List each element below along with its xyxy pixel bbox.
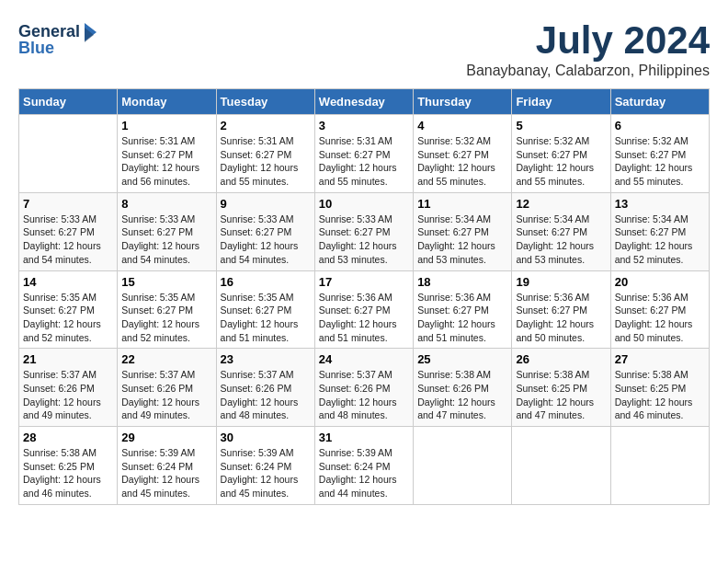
day-number: 1 bbox=[121, 119, 211, 132]
day-content: Sunrise: 5:37 AM Sunset: 6:26 PM Dayligh… bbox=[319, 368, 409, 422]
calendar-cell: 26Sunrise: 5:38 AM Sunset: 6:25 PM Dayli… bbox=[512, 349, 610, 427]
logo: General Blue bbox=[18, 18, 101, 68]
day-number: 28 bbox=[23, 431, 113, 444]
day-content: Sunrise: 5:35 AM Sunset: 6:27 PM Dayligh… bbox=[221, 291, 311, 345]
calendar-cell: 12Sunrise: 5:34 AM Sunset: 6:27 PM Dayli… bbox=[512, 192, 610, 270]
day-content: Sunrise: 5:31 AM Sunset: 6:27 PM Dayligh… bbox=[121, 134, 211, 189]
calendar-cell: 30Sunrise: 5:39 AM Sunset: 6:24 PM Dayli… bbox=[216, 427, 314, 505]
day-header-monday: Monday bbox=[118, 89, 216, 115]
calendar-cell: 8Sunrise: 5:33 AM Sunset: 6:27 PM Daylig… bbox=[118, 192, 216, 270]
calendar-cell: 10Sunrise: 5:33 AM Sunset: 6:27 PM Dayli… bbox=[314, 192, 413, 270]
day-content: Sunrise: 5:38 AM Sunset: 6:25 PM Dayligh… bbox=[23, 446, 113, 500]
svg-text:General: General bbox=[18, 22, 80, 40]
calendar-cell: 9Sunrise: 5:33 AM Sunset: 6:27 PM Daylig… bbox=[216, 192, 314, 270]
day-number: 30 bbox=[221, 431, 311, 444]
calendar-cell: 13Sunrise: 5:34 AM Sunset: 6:27 PM Dayli… bbox=[610, 192, 709, 270]
day-number: 22 bbox=[121, 352, 211, 366]
day-number: 20 bbox=[615, 275, 705, 289]
calendar-cell: 31Sunrise: 5:39 AM Sunset: 6:24 PM Dayli… bbox=[314, 427, 413, 505]
day-content: Sunrise: 5:36 AM Sunset: 6:27 PM Dayligh… bbox=[417, 291, 507, 345]
day-content: Sunrise: 5:37 AM Sunset: 6:26 PM Dayligh… bbox=[221, 368, 311, 422]
day-content: Sunrise: 5:33 AM Sunset: 6:27 PM Dayligh… bbox=[221, 213, 311, 267]
day-number: 16 bbox=[221, 275, 311, 289]
day-content: Sunrise: 5:33 AM Sunset: 6:27 PM Dayligh… bbox=[23, 213, 113, 267]
calendar-week-1: 1Sunrise: 5:31 AM Sunset: 6:27 PM Daylig… bbox=[19, 115, 710, 193]
day-content: Sunrise: 5:34 AM Sunset: 6:27 PM Dayligh… bbox=[516, 213, 606, 267]
day-content: Sunrise: 5:32 AM Sunset: 6:27 PM Dayligh… bbox=[615, 134, 705, 189]
calendar-cell: 15Sunrise: 5:35 AM Sunset: 6:27 PM Dayli… bbox=[118, 270, 216, 349]
calendar-cell: 11Sunrise: 5:34 AM Sunset: 6:27 PM Dayli… bbox=[414, 192, 512, 270]
calendar-cell: 17Sunrise: 5:36 AM Sunset: 6:27 PM Dayli… bbox=[314, 270, 413, 349]
day-content: Sunrise: 5:32 AM Sunset: 6:27 PM Dayligh… bbox=[516, 134, 606, 189]
day-number: 2 bbox=[221, 119, 311, 132]
calendar-cell: 6Sunrise: 5:32 AM Sunset: 6:27 PM Daylig… bbox=[610, 115, 709, 193]
main-title: July 2024 bbox=[466, 18, 710, 63]
day-number: 3 bbox=[319, 119, 409, 132]
day-content: Sunrise: 5:38 AM Sunset: 6:25 PM Dayligh… bbox=[615, 368, 705, 422]
calendar-cell: 19Sunrise: 5:36 AM Sunset: 6:27 PM Dayli… bbox=[512, 270, 610, 349]
day-content: Sunrise: 5:39 AM Sunset: 6:24 PM Dayligh… bbox=[121, 446, 211, 500]
day-content: Sunrise: 5:33 AM Sunset: 6:27 PM Dayligh… bbox=[319, 213, 409, 267]
day-number: 8 bbox=[121, 197, 211, 211]
subtitle: Banaybanay, Calabarzon, Philippines bbox=[466, 63, 710, 79]
logo-icon: General Blue bbox=[18, 18, 101, 64]
day-content: Sunrise: 5:36 AM Sunset: 6:27 PM Dayligh… bbox=[615, 291, 705, 345]
day-number: 26 bbox=[516, 352, 606, 366]
calendar-cell: 16Sunrise: 5:35 AM Sunset: 6:27 PM Dayli… bbox=[216, 270, 314, 349]
calendar-cell: 4Sunrise: 5:32 AM Sunset: 6:27 PM Daylig… bbox=[414, 115, 512, 193]
day-number: 19 bbox=[516, 275, 606, 289]
calendar-week-4: 21Sunrise: 5:37 AM Sunset: 6:26 PM Dayli… bbox=[19, 349, 710, 427]
day-content: Sunrise: 5:34 AM Sunset: 6:27 PM Dayligh… bbox=[615, 213, 705, 267]
day-content: Sunrise: 5:31 AM Sunset: 6:27 PM Dayligh… bbox=[319, 134, 409, 189]
day-content: Sunrise: 5:39 AM Sunset: 6:24 PM Dayligh… bbox=[319, 446, 409, 500]
calendar-cell: 21Sunrise: 5:37 AM Sunset: 6:26 PM Dayli… bbox=[19, 349, 118, 427]
calendar-week-3: 14Sunrise: 5:35 AM Sunset: 6:27 PM Dayli… bbox=[19, 270, 710, 349]
calendar-cell: 2Sunrise: 5:31 AM Sunset: 6:27 PM Daylig… bbox=[216, 115, 314, 193]
header-section: General Blue July 2024 Banaybanay, Calab… bbox=[18, 18, 710, 79]
day-header-tuesday: Tuesday bbox=[216, 89, 314, 115]
day-number: 5 bbox=[516, 119, 606, 132]
day-content: Sunrise: 5:33 AM Sunset: 6:27 PM Dayligh… bbox=[121, 213, 211, 267]
calendar-cell bbox=[414, 427, 512, 505]
day-content: Sunrise: 5:35 AM Sunset: 6:27 PM Dayligh… bbox=[121, 291, 211, 345]
day-header-thursday: Thursday bbox=[414, 89, 512, 115]
day-number: 10 bbox=[319, 197, 409, 211]
day-number: 14 bbox=[23, 275, 113, 289]
calendar-week-2: 7Sunrise: 5:33 AM Sunset: 6:27 PM Daylig… bbox=[19, 192, 710, 270]
day-number: 6 bbox=[615, 119, 705, 132]
day-number: 29 bbox=[121, 431, 211, 444]
day-number: 11 bbox=[417, 197, 507, 211]
day-number: 15 bbox=[121, 275, 211, 289]
svg-text:Blue: Blue bbox=[18, 39, 54, 57]
day-content: Sunrise: 5:39 AM Sunset: 6:24 PM Dayligh… bbox=[221, 446, 311, 500]
day-number: 17 bbox=[319, 275, 409, 289]
day-header-wednesday: Wednesday bbox=[314, 89, 413, 115]
day-header-saturday: Saturday bbox=[610, 89, 709, 115]
day-content: Sunrise: 5:37 AM Sunset: 6:26 PM Dayligh… bbox=[121, 368, 211, 422]
day-number: 27 bbox=[615, 352, 705, 366]
calendar-cell bbox=[512, 427, 610, 505]
day-content: Sunrise: 5:36 AM Sunset: 6:27 PM Dayligh… bbox=[516, 291, 606, 345]
day-content: Sunrise: 5:37 AM Sunset: 6:26 PM Dayligh… bbox=[23, 368, 113, 422]
calendar-cell: 14Sunrise: 5:35 AM Sunset: 6:27 PM Dayli… bbox=[19, 270, 118, 349]
day-number: 12 bbox=[516, 197, 606, 211]
day-number: 31 bbox=[319, 431, 409, 444]
day-content: Sunrise: 5:34 AM Sunset: 6:27 PM Dayligh… bbox=[417, 213, 507, 267]
calendar-cell: 24Sunrise: 5:37 AM Sunset: 6:26 PM Dayli… bbox=[314, 349, 413, 427]
calendar-cell: 20Sunrise: 5:36 AM Sunset: 6:27 PM Dayli… bbox=[610, 270, 709, 349]
day-number: 13 bbox=[615, 197, 705, 211]
day-header-sunday: Sunday bbox=[19, 89, 118, 115]
calendar-cell: 25Sunrise: 5:38 AM Sunset: 6:26 PM Dayli… bbox=[414, 349, 512, 427]
day-number: 21 bbox=[23, 352, 113, 366]
calendar-cell: 27Sunrise: 5:38 AM Sunset: 6:25 PM Dayli… bbox=[610, 349, 709, 427]
day-number: 7 bbox=[23, 197, 113, 211]
calendar-table: SundayMondayTuesdayWednesdayThursdayFrid… bbox=[18, 88, 710, 505]
day-header-friday: Friday bbox=[512, 89, 610, 115]
calendar-cell: 23Sunrise: 5:37 AM Sunset: 6:26 PM Dayli… bbox=[216, 349, 314, 427]
title-area: July 2024 Banaybanay, Calabarzon, Philip… bbox=[466, 18, 710, 79]
calendar-cell: 3Sunrise: 5:31 AM Sunset: 6:27 PM Daylig… bbox=[314, 115, 413, 193]
day-number: 9 bbox=[221, 197, 311, 211]
day-content: Sunrise: 5:36 AM Sunset: 6:27 PM Dayligh… bbox=[319, 291, 409, 345]
calendar-cell: 1Sunrise: 5:31 AM Sunset: 6:27 PM Daylig… bbox=[118, 115, 216, 193]
calendar-cell: 28Sunrise: 5:38 AM Sunset: 6:25 PM Dayli… bbox=[19, 427, 118, 505]
